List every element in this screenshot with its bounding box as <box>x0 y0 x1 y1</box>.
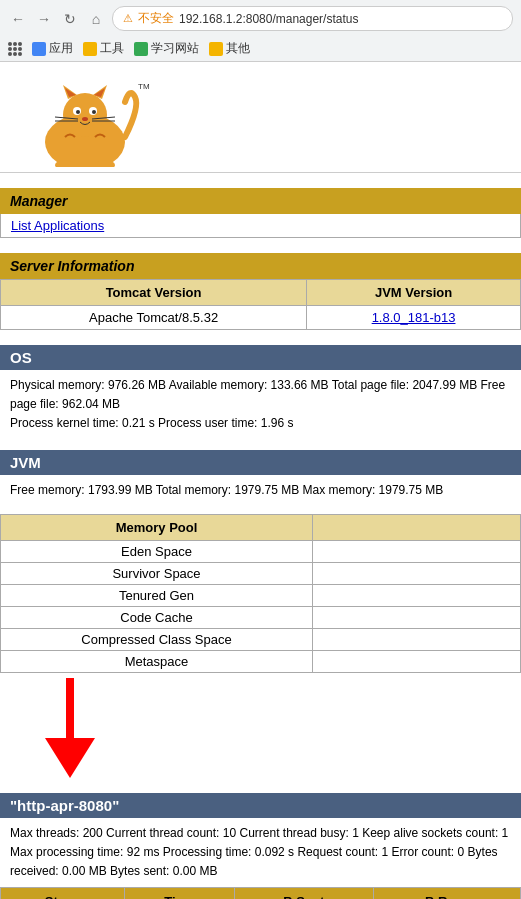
memory-pool-row: Eden Space <box>1 540 521 562</box>
os-line1: Physical memory: 976.26 MB Available mem… <box>10 376 511 414</box>
server-info-header: Server Information <box>0 253 521 279</box>
address-bar[interactable]: ⚠ 不安全 192.168.1.2:8080/manager/status <box>112 6 513 31</box>
bookmark-tools[interactable]: 工具 <box>83 40 124 57</box>
svg-point-8 <box>76 110 80 114</box>
memory-pool-value <box>313 562 521 584</box>
memory-pool-row: Tenured Gen <box>1 584 521 606</box>
jvm-version-value: 1.8.0_181-b13 <box>307 306 521 330</box>
tomcat-version-header: Tomcat Version <box>1 280 307 306</box>
manager-header: Manager <box>0 188 521 214</box>
apps-grid-icon[interactable] <box>8 42 22 56</box>
memory-pool-table: Memory Pool Eden SpaceSurvivor SpaceTenu… <box>0 514 521 673</box>
memory-pool-row: Compressed Class Space <box>1 628 521 650</box>
manager-title: Manager <box>10 193 68 209</box>
brecv-col: B Recv <box>373 888 520 899</box>
time-col: Time <box>124 888 234 899</box>
home-button[interactable]: ⌂ <box>86 9 106 29</box>
manager-section: Manager List Applications <box>0 188 521 238</box>
page-content: TM Manager List Applications Server Info… <box>0 62 521 899</box>
security-icon: ⚠ <box>123 12 133 25</box>
stage-col: Stage <box>1 888 125 899</box>
list-applications-link-container: List Applications <box>0 214 521 238</box>
os-header: OS <box>0 345 521 370</box>
jvm-section: JVM Free memory: 1793.99 MB Total memory… <box>0 450 521 783</box>
svg-marker-19 <box>45 738 95 778</box>
bsent-col: B Sent <box>234 888 373 899</box>
bookmark-label: 应用 <box>49 40 73 57</box>
bookmark-icon <box>209 42 223 56</box>
os-body: Physical memory: 976.26 MB Available mem… <box>0 370 521 440</box>
svg-text:TM: TM <box>138 82 150 91</box>
bookmark-apps[interactable]: 应用 <box>32 40 73 57</box>
memory-pool-value <box>313 628 521 650</box>
svg-point-10 <box>82 117 88 121</box>
svg-point-9 <box>92 110 96 114</box>
list-applications-link[interactable]: List Applications <box>11 218 104 233</box>
jvm-header: JVM <box>0 450 521 475</box>
forward-button[interactable]: → <box>34 9 54 29</box>
bookmark-icon <box>32 42 46 56</box>
jvm-body: Free memory: 1793.99 MB Total memory: 19… <box>0 475 521 506</box>
memory-pool-header: Memory Pool <box>1 514 313 540</box>
memory-pool-item: Compressed Class Space <box>1 628 313 650</box>
http-section: "http-apr-8080" Max threads: 200 Current… <box>0 793 521 899</box>
tomcat-version-value: Apache Tomcat/8.5.32 <box>1 306 307 330</box>
back-button[interactable]: ← <box>8 9 28 29</box>
http-body: Max threads: 200 Current thread count: 1… <box>0 818 521 888</box>
memory-pool-item: Eden Space <box>1 540 313 562</box>
http-header: "http-apr-8080" <box>0 793 521 818</box>
memory-pool-row: Metaspace <box>1 650 521 672</box>
tomcat-svg: TM <box>20 77 150 167</box>
browser-chrome: ← → ↻ ⌂ ⚠ 不安全 192.168.1.2:8080/manager/s… <box>0 0 521 62</box>
svg-point-1 <box>63 93 107 137</box>
http-line1: Max threads: 200 Current thread count: 1… <box>10 824 511 843</box>
bookmark-label: 其他 <box>226 40 250 57</box>
logo-area: TM <box>0 62 521 173</box>
bookmarks-bar: 应用 工具 学习网站 其他 <box>0 37 521 61</box>
server-info-row: Apache Tomcat/8.5.32 1.8.0_181-b13 <box>1 306 521 330</box>
memory-pool-value <box>313 650 521 672</box>
os-line2: Process kernel time: 0.21 s Process user… <box>10 414 511 433</box>
bookmark-label: 学习网站 <box>151 40 199 57</box>
memory-pool-row: Survivor Space <box>1 562 521 584</box>
http-line2: Max processing time: 92 ms Processing ti… <box>10 843 511 881</box>
server-info-title: Server Information <box>10 258 134 274</box>
memory-pool-col2 <box>313 514 521 540</box>
address-text: 192.168.1.2:8080/manager/status <box>179 12 502 26</box>
memory-pool-value <box>313 584 521 606</box>
stage-table: Stage Time B Sent B Recv <box>0 887 521 899</box>
bookmark-study[interactable]: 学习网站 <box>134 40 199 57</box>
bookmark-icon <box>134 42 148 56</box>
memory-pool-item: Code Cache <box>1 606 313 628</box>
server-info-table: Tomcat Version JVM Version Apache Tomcat… <box>0 279 521 330</box>
memory-pool-row: Code Cache <box>1 606 521 628</box>
os-section: OS Physical memory: 976.26 MB Available … <box>0 345 521 440</box>
memory-pool-item: Tenured Gen <box>1 584 313 606</box>
server-information-section: Server Information Tomcat Version JVM Ve… <box>0 253 521 330</box>
red-arrow-icon <box>40 678 100 778</box>
bookmark-other[interactable]: 其他 <box>209 40 250 57</box>
bookmark-label: 工具 <box>100 40 124 57</box>
memory-pool-item: Survivor Space <box>1 562 313 584</box>
security-label: 不安全 <box>138 10 174 27</box>
jvm-version-link[interactable]: 1.8.0_181-b13 <box>372 310 456 325</box>
memory-pool-value <box>313 540 521 562</box>
tomcat-logo: TM <box>20 77 150 167</box>
bookmark-icon <box>83 42 97 56</box>
jvm-version-header: JVM Version <box>307 280 521 306</box>
browser-toolbar: ← → ↻ ⌂ ⚠ 不安全 192.168.1.2:8080/manager/s… <box>0 0 521 37</box>
jvm-memory-text: Free memory: 1793.99 MB Total memory: 19… <box>10 481 511 500</box>
arrow-container <box>0 673 521 783</box>
refresh-button[interactable]: ↻ <box>60 9 80 29</box>
memory-pool-item: Metaspace <box>1 650 313 672</box>
memory-pool-value <box>313 606 521 628</box>
